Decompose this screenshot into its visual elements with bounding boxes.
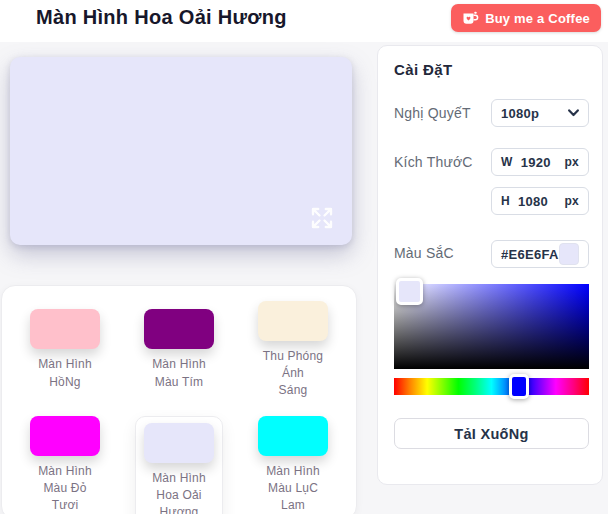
- color-swatch[interactable]: [258, 416, 328, 456]
- page-title: Màn Hình Hoa Oải Hương: [36, 6, 287, 29]
- width-input[interactable]: W 1920 px: [491, 148, 589, 176]
- palette-item-purple[interactable]: Màn Hình Màu Tím: [144, 309, 214, 390]
- palette-item-pink[interactable]: Màn Hình HồNg: [30, 309, 100, 390]
- coffee-cup-icon: [462, 11, 479, 26]
- buy-me-a-coffee-label: Buy me a Coffee: [485, 11, 590, 26]
- height-prefix: H: [501, 194, 510, 208]
- palette-item-label: Màn Hình Màu LụC Lam: [266, 463, 320, 514]
- header: Màn Hình Hoa Oải Hương Buy me a Coffee: [0, 0, 608, 42]
- width-prefix: W: [501, 155, 513, 169]
- palette-card: Màn Hình HồNg Màn Hình Màu Tím Thu Phóng…: [1, 285, 357, 514]
- color-label: Màu SắC: [394, 245, 454, 261]
- palette-cell: Thu Phóng Ánh Sáng: [236, 294, 350, 406]
- height-input[interactable]: H 1080 px: [491, 187, 589, 215]
- chevron-down-icon: [568, 109, 579, 117]
- resolution-label: Nghị QuyếT: [394, 105, 471, 121]
- hex-color-value: #E6E6FA: [501, 247, 559, 262]
- wallpaper-preview: [10, 57, 352, 245]
- color-swatch[interactable]: [258, 301, 328, 341]
- color-swatch[interactable]: [30, 309, 100, 349]
- resolution-select[interactable]: 1080p: [491, 99, 589, 127]
- color-swatch[interactable]: [144, 423, 214, 463]
- palette-cell: Màn Hình Màu LụC Lam: [236, 406, 350, 514]
- palette-cell: Màn Hình Màu Tím: [122, 294, 236, 406]
- resolution-value: 1080p: [501, 106, 539, 121]
- palette-item-label: Thu Phóng Ánh Sáng: [263, 348, 324, 399]
- picker-handle[interactable]: [396, 278, 423, 305]
- palette-item-magenta[interactable]: Màn Hình Màu Đỏ Tươi: [30, 416, 100, 514]
- palette-cell: Màn Hình Màu Đỏ Tươi: [8, 406, 122, 514]
- width-unit: px: [564, 155, 579, 169]
- palette-item-cream[interactable]: Thu Phóng Ánh Sáng: [258, 301, 328, 399]
- color-swatch[interactable]: [30, 416, 100, 456]
- height-unit: px: [564, 194, 579, 208]
- hex-color-input[interactable]: #E6E6FA: [491, 240, 589, 268]
- palette-item-label: Màn Hình Màu Đỏ Tươi: [38, 463, 92, 514]
- size-label: Kích ThướC: [394, 154, 473, 170]
- hue-slider[interactable]: [394, 378, 589, 395]
- palette-item-label: Màn Hình Màu Tím: [152, 356, 206, 390]
- settings-title: Cài ĐặT: [394, 61, 453, 78]
- palette-item-lavender-active[interactable]: Màn Hình Hoa Oải Hương: [135, 416, 223, 514]
- buy-me-a-coffee-button[interactable]: Buy me a Coffee: [451, 4, 601, 32]
- height-value: 1080: [518, 194, 548, 209]
- color-swatch[interactable]: [144, 309, 214, 349]
- saturation-value-picker[interactable]: [394, 284, 589, 369]
- settings-panel: Cài ĐặT Nghị QuyếT 1080p Kích ThướC W 19…: [377, 45, 603, 485]
- palette-item-label: Màn Hình Hoa Oải Hương: [152, 470, 206, 514]
- palette-item-label: Màn Hình HồNg: [38, 356, 92, 390]
- expand-icon[interactable]: [308, 204, 336, 232]
- palette-cell: Màn Hình HồNg: [8, 294, 122, 406]
- width-value: 1920: [521, 155, 551, 170]
- hex-color-swatch: [559, 243, 579, 265]
- palette-item-cyan[interactable]: Màn Hình Màu LụC Lam: [258, 416, 328, 514]
- palette-cell: Màn Hình Hoa Oải Hương: [122, 406, 236, 514]
- download-button[interactable]: TảI XuốNg: [394, 418, 589, 449]
- hue-slider-handle[interactable]: [509, 374, 529, 399]
